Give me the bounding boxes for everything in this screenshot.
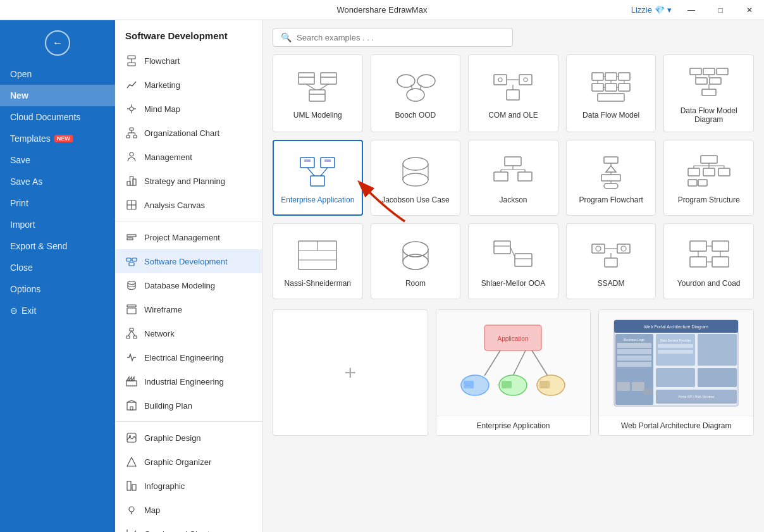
sidebar-item-strategy[interactable]: Strategy and Planning [115,169,262,193]
sidebar-item-graphs[interactable]: Graphs and Charts [115,522,262,532]
svg-rect-177 [617,356,651,361]
template-card-ssadm[interactable]: SSADM [566,223,656,299]
sidebar-item-flowchart[interactable]: Flowchart [115,49,262,73]
sidebar-item-close[interactable]: Close [0,257,115,278]
svg-line-99 [321,168,328,176]
sidebar-item-organizer[interactable]: Graphic Organizer [115,450,262,474]
template-card-room[interactable]: Room [371,223,461,299]
template-card-program-struct[interactable]: Program Structure [663,140,754,216]
template-card-booch[interactable]: Booch OOD [371,54,461,132]
program-flow-icon-area [589,154,633,189]
map-icon [125,504,138,516]
sidebar-item-industrial[interactable]: Industrial Engineering [115,369,262,393]
close-button[interactable]: ✕ [735,0,764,20]
sidebar-item-network[interactable]: Network [115,321,262,345]
svg-point-62 [407,89,424,101]
jackson-icon-area [491,154,535,189]
svg-rect-85 [598,94,624,101]
sidebar-item-infographic[interactable]: Infographic [115,474,262,498]
template-card-dataflow2[interactable]: Data Flow Model Diagram [663,54,754,132]
svg-rect-123 [718,168,730,176]
search-input-wrap[interactable]: 🔍 [273,28,513,47]
svg-rect-145 [617,244,630,253]
svg-point-148 [621,246,626,251]
maximize-button[interactable]: □ [706,0,735,20]
cat-label-organizer: Graphic Organizer [144,457,211,467]
sidebar-item-analysis[interactable]: Analysis Canvas [115,193,262,217]
svg-line-161 [484,350,500,376]
chevron-down-icon: ▾ [667,5,672,15]
sidebar-item-save[interactable]: Save [0,149,115,171]
svg-rect-151 [690,241,706,251]
sidebar-item-mindmap[interactable]: Mind Map [115,97,262,121]
svg-rect-120 [701,156,717,163]
sidebar-item-software[interactable]: Software Development [115,249,262,273]
cat-label-mindmap: Mind Map [144,104,180,114]
sidebar-item-open[interactable]: Open [0,63,115,85]
sidebar-item-options[interactable]: Options [0,278,115,300]
sidebar-item-database[interactable]: Database Modeling [115,273,262,297]
sidebar-item-marketing[interactable]: Marketing [115,73,262,97]
sidebar-item-print[interactable]: Print [0,192,115,214]
svg-line-98 [307,168,314,176]
svg-rect-65 [494,75,507,85]
sidebar-item-new[interactable]: New [0,85,115,106]
yourdon-label: Yourdon and Coad [677,279,741,288]
program-struct-icon-area [687,154,731,189]
search-input[interactable] [297,33,505,42]
template-card-dataflow[interactable]: Data Flow Model [566,54,656,132]
booch-icon-area [393,70,438,104]
svg-rect-67 [507,90,519,100]
sidebar-blue: ← Open New Cloud Documents Templates NEW… [0,20,115,532]
sidebar-item-import[interactable]: Import [0,214,115,235]
close-label: Close [10,263,33,273]
sidebar-item-orgchart[interactable]: Organizational Chart [115,121,262,145]
template-card-com[interactable]: COM and OLE [468,54,558,132]
user-icon: 💎 [655,5,665,15]
organizer-icon [125,455,138,468]
template-card-shlaer[interactable]: Shlaer-Mellor OOA [468,223,558,299]
template-card-yourdon[interactable]: Yourdon and Coad [663,223,754,299]
templates-label: Templates [10,133,51,144]
cat-label-management: Management [144,152,192,162]
wireframe-icon [125,303,138,316]
sidebar-item-building[interactable]: Building Plan [115,393,262,418]
svg-point-60 [397,75,415,87]
template-card-uml[interactable]: UML Modeling [273,54,363,132]
user-menu[interactable]: Lizzie 💎 ▾ [631,5,672,15]
enterprise-icon-area [295,154,340,189]
sidebar-item-wireframe[interactable]: Wireframe [115,297,262,321]
svg-rect-74 [619,73,630,80]
template-card-jackson[interactable]: Jackson [468,140,558,216]
example-card-web-portal[interactable]: Web Portal Architecture Diagram Business… [598,309,754,436]
sidebar-item-map[interactable]: Map [115,498,262,522]
example-card-enterprise[interactable]: Application [436,309,591,436]
template-card-jacobson[interactable]: Jacobson Use Case [371,140,461,216]
sidebar-item-cloud[interactable]: Cloud Documents [0,106,115,128]
sidebar-item-templates[interactable]: Templates NEW [0,128,115,149]
new-template-card[interactable]: + [273,309,428,436]
sidebar-item-export[interactable]: Export & Send [0,235,115,257]
sidebar-item-electrical[interactable]: Electrical Engineering [115,345,262,369]
svg-rect-43 [127,433,136,442]
cat-label-software: Software Development [144,257,228,266]
sidebar-item-project[interactable]: Project Management [115,225,262,249]
strategy-icon [125,175,138,187]
svg-point-44 [129,435,131,437]
minimize-button[interactable]: — [677,0,706,20]
search-icon: 🔍 [281,32,292,42]
svg-rect-31 [126,336,130,338]
template-card-nassi[interactable]: Nassi-Shneiderman [273,223,363,299]
template-card-enterprise[interactable]: Enterprise Application [273,140,363,216]
sidebar-item-management[interactable]: Management [115,145,262,169]
svg-rect-107 [494,172,508,181]
username: Lizzie [631,5,652,15]
svg-rect-76 [605,84,617,91]
svg-rect-1 [128,63,135,66]
template-card-program-flow[interactable]: Program Flowchart [566,140,656,216]
back-button[interactable]: ← [45,30,70,56]
sidebar-item-graphic[interactable]: Graphic Design [115,426,262,450]
sidebar-item-saveas[interactable]: Save As [0,171,115,192]
sidebar-item-exit[interactable]: ⊖ Exit [0,300,115,321]
exit-label: Exit [22,306,36,316]
